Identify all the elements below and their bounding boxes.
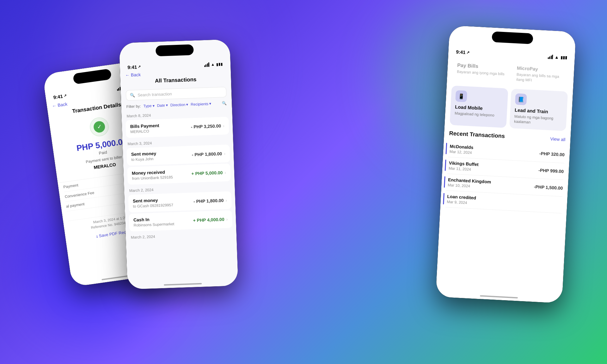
- battery-icon-right: ▮▮▮: [561, 55, 567, 60]
- detail-label-total: al payment: [66, 202, 85, 209]
- chevron-icon-sent2: ›: [225, 198, 227, 203]
- recent-info-enchanted: Enchanted Kingdom Mar 10, 2024: [446, 177, 491, 190]
- leadtrain-icon: 📘: [515, 93, 527, 105]
- chevron-icon-cashin: ›: [226, 217, 228, 222]
- transactions-list: March 8, 2024 Bills Payment MERALCO - PH…: [121, 108, 238, 289]
- services-bottom-grid: 📱 Load Mobile Magpaload ng telepono 📘 Le…: [444, 83, 573, 136]
- recent-amount-mcdonalds: -PHP 320.00: [539, 151, 565, 157]
- time-center: 9:41 ↗: [127, 64, 141, 70]
- check-icon: ✓: [93, 120, 106, 133]
- filter-label: Filter by:: [126, 104, 141, 109]
- wifi-icon-right: ▲: [555, 54, 559, 60]
- recent-name-mcdonalds: McDonalds: [450, 144, 473, 150]
- filter-type[interactable]: Type ▾: [143, 104, 154, 108]
- txn-right-sent2: - PHP 1,800.00 ›: [193, 198, 227, 204]
- leadtrain-sub: Matuto ng mga bagong kaalaman: [514, 114, 562, 126]
- search-placeholder: Search transaction: [138, 92, 172, 98]
- transaction-item-received[interactable]: Money received from UnionBank 529185 + P…: [127, 163, 231, 185]
- success-circle: ✓: [89, 116, 110, 138]
- phone-right: 9:41 ↗ ▲ ▮▮▮ Pay Bi: [436, 25, 576, 303]
- txn-right-bills: - PHP 3,250.00 ›: [191, 123, 224, 130]
- phone-center-screen: 9:41 ↗ ▲ ▮▮▮ ← Back: [119, 39, 238, 289]
- txn-right-received: + PHP 5,000.00 ›: [191, 170, 226, 176]
- paybills-title: Pay Bills: [457, 62, 505, 71]
- micropay-title: MicroPay: [517, 65, 565, 73]
- filter-recipients[interactable]: Recipients ▾: [191, 101, 211, 106]
- detail-label-fee: Convenience Fee: [64, 191, 95, 199]
- home-indicator-right: [480, 295, 518, 298]
- wifi-icon-center: ▲: [211, 62, 215, 66]
- phone-right-screen: 9:41 ↗ ▲ ▮▮▮ Pay Bi: [436, 25, 576, 303]
- location-icon-right: ↗: [466, 50, 470, 55]
- dynamic-island-center: [156, 44, 194, 56]
- location-icon-center: ↗: [138, 65, 141, 69]
- txn-info-sent2: Sent money to GCash 09281929957: [133, 196, 194, 209]
- txn-amount-cashin: + PHP 4,000.00: [193, 217, 224, 223]
- recent-name-loan: Loan credited: [447, 194, 476, 201]
- txn-amount-received: + PHP 5,000.00: [191, 170, 223, 176]
- time-left: 9:41 ↗: [53, 93, 67, 100]
- filter-search-icon[interactable]: 🔍: [222, 101, 227, 106]
- txn-info-bills: Bills Payment MERALCO: [130, 122, 191, 134]
- txn-info-cashin: Cash In Robinsons Supermarket: [133, 215, 193, 228]
- recent-info-vikings: Vikings Buffet Mar 11, 2024: [447, 161, 479, 172]
- transaction-item-bills[interactable]: Bills Payment MERALCO - PHP 3,250.00 ›: [126, 117, 229, 138]
- recent-date-mcdonalds: Mar 12, 2024: [449, 149, 473, 155]
- txn-info-received: Money received from UnionBank 529185: [132, 169, 192, 181]
- chevron-icon-received: ›: [224, 170, 226, 175]
- location-icon-left: ↗: [64, 94, 67, 98]
- signal-bars-right: [548, 54, 553, 59]
- txn-right-cashin: + PHP 4,000.00 ›: [193, 217, 228, 223]
- recent-info-loan: Loan credited Mar 9, 2024: [445, 194, 476, 206]
- chevron-icon-bills: ›: [223, 123, 224, 128]
- phones-container: 9:41 ↗ ▲ ▮▮▮ ← Back: [0, 16, 607, 364]
- txn-amount-sent2: - PHP 1,800.00: [193, 198, 224, 204]
- paybills-sub: Bayaran ang iyong mga bills: [457, 70, 505, 77]
- recent-section: Recent Transactions View all McDonalds M…: [440, 130, 571, 214]
- loadmobile-sub: Magpaload ng telepono: [455, 111, 503, 118]
- view-all-button[interactable]: View all: [550, 136, 566, 142]
- signal-bars-center: [204, 62, 209, 67]
- time-right: 9:41 ↗: [456, 49, 470, 55]
- recent-amount-vikings: -PHP 999.00: [538, 168, 564, 174]
- filter-direction[interactable]: Direction ▾: [170, 102, 188, 107]
- status-icons-right: ▲ ▮▮▮: [548, 54, 567, 60]
- loadmobile-icon: 📱: [455, 90, 467, 102]
- chevron-icon-recipients: ▾: [209, 101, 211, 106]
- txn-amount-sent1: - PHP 1,800.00: [192, 151, 222, 157]
- txn-info-sent1: Sent money to Kuya John: [131, 150, 192, 162]
- search-bar[interactable]: 🔍 Search transaction: [126, 87, 227, 101]
- search-icon-center: 🔍: [130, 93, 135, 98]
- service-card-leadtrain[interactable]: 📘 Lead and Train Matuto ng mga bagong ka…: [509, 89, 568, 131]
- micropay-sub: Bayaran ang bills sa mga ilang MFI: [516, 72, 564, 84]
- transaction-item-sent2[interactable]: Sent money to GCash 09281929957 - PHP 1,…: [128, 191, 232, 212]
- recent-info-mcdonalds: McDonalds Mar 12, 2024: [448, 144, 473, 155]
- filter-date[interactable]: Date ▾: [157, 103, 168, 108]
- chevron-icon-sent1: ›: [224, 151, 225, 156]
- chevron-icon-date: ▾: [166, 103, 168, 107]
- recent-date-loan: Mar 9, 2024: [447, 200, 476, 206]
- loadmobile-title: Load Mobile: [455, 104, 503, 112]
- battery-icon-center: ▮▮▮: [216, 62, 223, 66]
- status-icons-center: ▲ ▮▮▮: [204, 62, 223, 67]
- service-card-paybills[interactable]: Pay Bills Bayaran ang iyong mga bills: [452, 58, 510, 86]
- recent-date-vikings: Mar 11, 2024: [449, 166, 478, 172]
- txn-right-sent1: - PHP 1,800.00 ›: [192, 151, 226, 157]
- service-card-micropay[interactable]: MicroPay Bayaran ang bills sa mga ilang …: [512, 61, 569, 89]
- recent-amount-enchanted: -PHP 1,500.00: [534, 184, 563, 191]
- transaction-item-cashin[interactable]: Cash In Robinsons Supermarket + PHP 4,00…: [129, 210, 232, 231]
- service-card-loadmobile[interactable]: 📱 Load Mobile Magpaload ng telepono: [450, 86, 508, 128]
- leadtrain-title: Lead and Train: [515, 107, 563, 115]
- chevron-icon-direction2: ▾: [186, 102, 188, 107]
- detail-label-payment: Payment: [63, 183, 79, 189]
- transaction-item-sent1[interactable]: Sent money to Kuya John - PHP 1,800.00 ›: [126, 144, 230, 166]
- txn-amount-bills: - PHP 3,250.00: [191, 123, 221, 129]
- phone-center: 9:41 ↗ ▲ ▮▮▮ ← Back: [119, 39, 238, 289]
- dynamic-island-right: [492, 31, 533, 44]
- chevron-icon-type: ▾: [152, 104, 154, 108]
